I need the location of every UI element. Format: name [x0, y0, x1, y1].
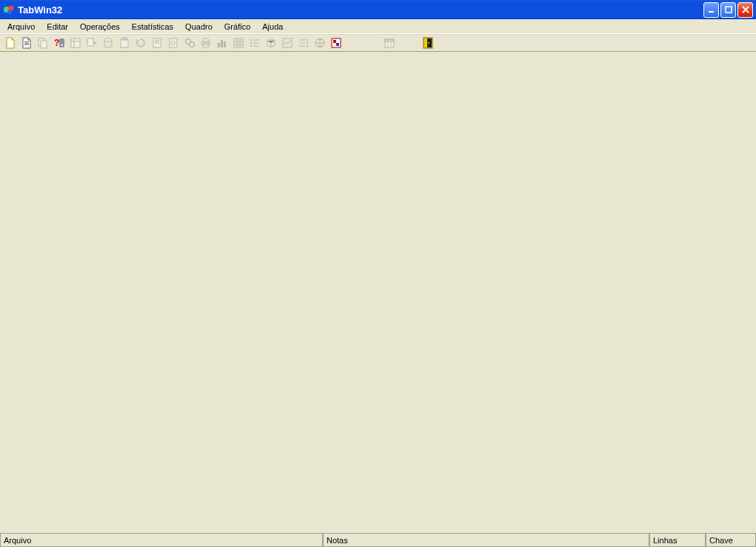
svg-rect-20	[170, 38, 177, 47]
titlebar: TabWin32	[0, 0, 756, 19]
settings-icon[interactable]	[166, 36, 181, 50]
window-controls	[703, 2, 753, 18]
svg-rect-5	[24, 41, 29, 42]
svg-rect-4	[726, 7, 732, 13]
calendar-icon[interactable]	[382, 36, 397, 50]
svg-rect-18	[155, 41, 159, 42]
svg-point-2	[7, 10, 12, 14]
cube-icon[interactable]	[264, 36, 278, 50]
svg-rect-25	[204, 38, 208, 41]
app-icon	[3, 4, 15, 16]
svg-rect-15	[122, 38, 127, 40]
svg-rect-34	[333, 40, 336, 43]
toolbar: ?	[0, 34, 756, 52]
menu-estatisticas[interactable]: Estatísticas	[126, 21, 179, 33]
content-area	[0, 52, 756, 533]
svg-rect-9	[41, 41, 47, 48]
list-right-icon[interactable]	[296, 36, 311, 50]
svg-rect-6	[24, 43, 29, 44]
svg-rect-30	[234, 38, 243, 47]
status-chave: Chave	[706, 534, 756, 547]
window-title: TabWin32	[18, 4, 703, 16]
print-icon[interactable]	[198, 36, 213, 50]
statusbar: Arquivo Notas Linhas Chave	[0, 533, 756, 547]
svg-rect-35	[336, 43, 339, 46]
svg-rect-19	[155, 43, 159, 44]
open-file-icon[interactable]	[19, 36, 34, 50]
execute-tab-icon[interactable]	[84, 36, 99, 50]
grid-icon[interactable]	[231, 36, 246, 50]
svg-point-40	[428, 42, 429, 44]
menu-grafico[interactable]: Gráfico	[218, 21, 256, 33]
minimize-button[interactable]	[703, 2, 719, 18]
svg-rect-11	[71, 38, 80, 47]
flag-icon[interactable]	[329, 36, 344, 50]
save-table-icon[interactable]	[68, 36, 83, 50]
paste-icon[interactable]	[117, 36, 132, 50]
report-icon[interactable]	[150, 36, 164, 50]
svg-rect-37	[385, 39, 394, 41]
svg-rect-12	[87, 38, 93, 46]
globe-icon[interactable]	[312, 36, 327, 50]
new-file-icon[interactable]	[3, 36, 18, 50]
status-linhas: Linhas	[649, 534, 706, 547]
refresh-icon[interactable]	[133, 36, 148, 50]
svg-text:?: ?	[54, 38, 59, 48]
menu-arquivo[interactable]: Arquivo	[1, 21, 41, 33]
svg-point-13	[104, 38, 112, 41]
svg-rect-26	[204, 44, 208, 47]
list-left-icon[interactable]	[247, 36, 262, 50]
close-button[interactable]	[737, 2, 753, 18]
chart-line-icon[interactable]	[280, 36, 295, 50]
svg-rect-17	[155, 40, 159, 41]
status-arquivo: Arquivo	[0, 534, 323, 547]
svg-rect-28	[221, 40, 223, 47]
svg-rect-7	[24, 44, 29, 45]
sql-icon[interactable]	[101, 36, 116, 50]
svg-rect-27	[218, 43, 220, 47]
menu-editar[interactable]: Editar	[41, 21, 74, 33]
svg-rect-29	[224, 41, 226, 47]
copy-icon[interactable]	[36, 36, 50, 50]
status-notas: Notas	[323, 534, 649, 547]
svg-rect-3	[709, 11, 714, 13]
menu-quadro[interactable]: Quadro	[179, 21, 218, 33]
help-execute-icon[interactable]: ?	[52, 36, 67, 50]
svg-point-23	[190, 42, 195, 47]
menu-operacoes[interactable]: Operações	[74, 21, 126, 33]
maximize-button[interactable]	[720, 2, 736, 18]
menubar: Arquivo Editar Operações Estatísticas Qu…	[0, 19, 756, 34]
exit-icon[interactable]	[421, 36, 435, 50]
search-icon[interactable]	[182, 36, 197, 50]
chart-bar-icon[interactable]	[215, 36, 230, 50]
menu-ajuda[interactable]: Ajuda	[256, 21, 289, 33]
svg-rect-14	[121, 39, 128, 47]
